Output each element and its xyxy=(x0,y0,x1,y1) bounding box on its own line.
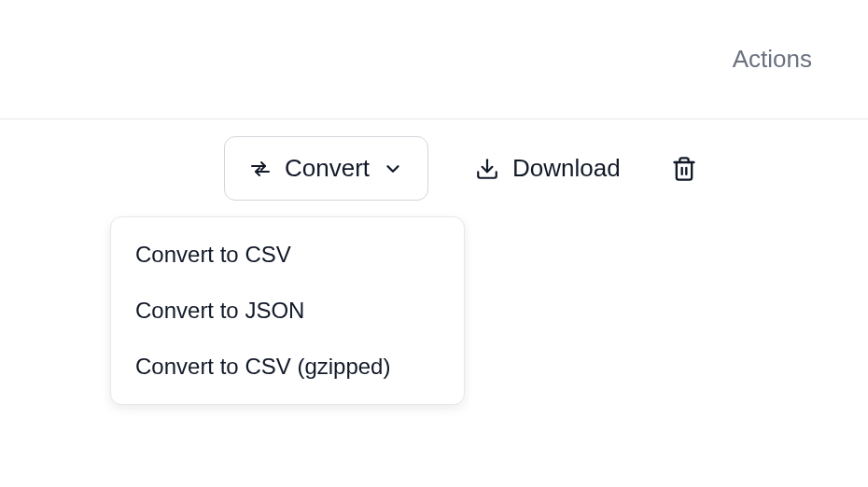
download-icon xyxy=(475,157,499,181)
dropdown-item-csv[interactable]: Convert to CSV xyxy=(111,227,464,283)
convert-button[interactable]: Convert xyxy=(224,136,428,201)
dropdown-item-json[interactable]: Convert to JSON xyxy=(111,283,464,339)
download-button[interactable]: Download xyxy=(475,154,621,183)
delete-button[interactable] xyxy=(667,152,701,186)
download-label: Download xyxy=(512,154,621,183)
convert-label: Convert xyxy=(285,154,370,183)
trash-icon xyxy=(671,156,697,182)
toolbar: Convert Download xyxy=(0,119,868,201)
header: Actions xyxy=(0,0,868,119)
swap-icon xyxy=(249,158,272,180)
dropdown-item-csv-gzipped[interactable]: Convert to CSV (gzipped) xyxy=(111,339,464,395)
convert-dropdown: Convert to CSV Convert to JSON Convert t… xyxy=(110,216,465,405)
chevron-down-icon xyxy=(383,159,403,179)
page-title: Actions xyxy=(733,45,812,74)
